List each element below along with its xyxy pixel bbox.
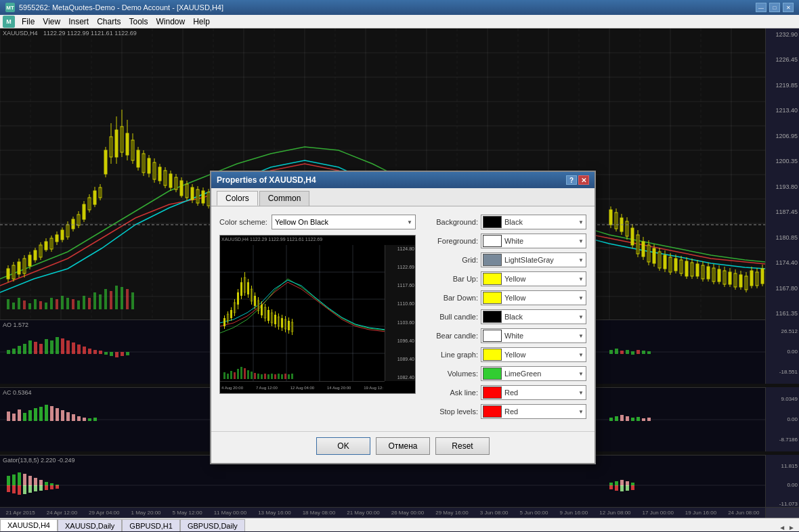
- bullcandle-swatch: [483, 311, 502, 323]
- app-logo: M: [3, 16, 15, 28]
- dialog-buttons: OK Отмена Reset: [211, 431, 595, 463]
- preview-date-4: 14 Aug 20:00: [327, 386, 351, 390]
- foreground-label: Foreground:: [424, 237, 478, 245]
- volumes-dropdown[interactable]: LimeGreen ▼: [481, 366, 586, 381]
- dialog-close-button[interactable]: ✕: [578, 175, 589, 185]
- stoplevels-label: Stop levels:: [424, 407, 478, 416]
- settings-row-grid: Grid: LightSlateGray ▼: [424, 252, 586, 267]
- bardown-swatch: [483, 292, 502, 304]
- svg-rect-352: [278, 374, 280, 379]
- svg-rect-342: [244, 368, 246, 379]
- grid-swatch: [483, 254, 502, 266]
- svg-rect-346: [257, 374, 259, 379]
- prev-price-7: 1089.40: [386, 357, 414, 361]
- background-dropdown[interactable]: Black ▼: [481, 215, 586, 229]
- svg-rect-353: [281, 374, 283, 379]
- foreground-color-name: White: [503, 237, 576, 245]
- volumes-swatch: [483, 368, 502, 380]
- dialog-content: Color scheme: Yellow On Black ▼ XAUUSD,H…: [211, 206, 595, 431]
- reset-button[interactable]: Reset: [435, 437, 490, 455]
- barup-dropdown[interactable]: Yellow ▼: [481, 271, 586, 286]
- color-scheme-select[interactable]: Yellow On Black ▼: [272, 215, 416, 229]
- chart-preview: XAUUSD,H4 1122.29 1122.99 1121.61 1122.6…: [219, 235, 416, 394]
- linegraph-dropdown-arrow: ▼: [576, 352, 586, 358]
- askline-dropdown-arrow: ▼: [576, 390, 586, 396]
- prev-price-8: 1082.40: [386, 375, 414, 380]
- preview-date-5: 19 Aug 12:: [364, 386, 383, 390]
- cancel-button[interactable]: Отмена: [376, 437, 430, 455]
- dialog-tab-strip: Colors Common: [211, 188, 595, 206]
- bardown-label: Bar Down:: [424, 294, 478, 302]
- grid-label: Grid:: [424, 256, 478, 264]
- bardown-dropdown[interactable]: Yellow ▼: [481, 290, 586, 305]
- bardown-color-name: Yellow: [503, 294, 576, 302]
- preview-date-3: 12 Aug 04:00: [290, 386, 314, 390]
- askline-dropdown[interactable]: Red ▼: [481, 385, 586, 400]
- prev-price-4: 1110.60: [386, 301, 414, 306]
- bearcandle-dropdown[interactable]: White ▼: [481, 328, 586, 343]
- stoplevels-dropdown[interactable]: Red ▼: [481, 404, 586, 419]
- bearcandle-dropdown-arrow: ▼: [576, 333, 586, 339]
- foreground-dropdown-arrow: ▼: [576, 238, 586, 244]
- preview-price-scale: 1124.80 1122.69 1117.60 1110.60 1103.60 …: [385, 245, 415, 381]
- menu-file[interactable]: File: [18, 16, 39, 27]
- maximize-button[interactable]: □: [769, 3, 780, 12]
- svg-rect-345: [254, 373, 256, 379]
- preview-date-1: 4 Aug 20:00: [221, 386, 243, 390]
- svg-rect-336: [223, 372, 225, 379]
- grid-dropdown[interactable]: LightSlateGray ▼: [481, 252, 586, 267]
- settings-row-volumes: Volumes: LimeGreen ▼: [424, 366, 586, 381]
- dialog-title: Properties of XAUUSD,H4: [217, 175, 566, 185]
- linegraph-color-name: Yellow: [503, 351, 576, 359]
- menu-charts[interactable]: Charts: [93, 16, 125, 27]
- menu-tools[interactable]: Tools: [125, 16, 152, 27]
- ok-button[interactable]: OK: [316, 437, 370, 455]
- svg-rect-351: [274, 374, 276, 379]
- linegraph-label: Line graph:: [424, 351, 478, 359]
- svg-rect-349: [267, 374, 269, 379]
- preview-date-2: 7 Aug 12:00: [256, 386, 278, 390]
- foreground-dropdown[interactable]: White ▼: [481, 234, 586, 248]
- color-scheme-label: Color scheme:: [219, 218, 267, 226]
- svg-rect-348: [264, 374, 266, 379]
- menu-help[interactable]: Help: [189, 16, 214, 27]
- linegraph-dropdown[interactable]: Yellow ▼: [481, 347, 586, 362]
- properties-dialog: Properties of XAUUSD,H4 ? ✕ Colors Commo…: [210, 171, 596, 464]
- menu-insert[interactable]: Insert: [64, 16, 93, 27]
- bullcandle-dropdown[interactable]: Black ▼: [481, 309, 586, 324]
- volumes-dropdown-arrow: ▼: [576, 371, 586, 377]
- askline-swatch: [483, 386, 502, 399]
- app-icon: MT: [5, 3, 15, 12]
- barup-dropdown-arrow: ▼: [576, 276, 586, 282]
- linegraph-swatch: [483, 349, 502, 361]
- settings-row-bearcandle: Bear candle: White ▼: [424, 328, 586, 343]
- color-scheme-value: Yellow On Black: [275, 218, 328, 226]
- menu-window[interactable]: Window: [152, 16, 190, 27]
- dialog-overlay: Properties of XAUUSD,H4 ? ✕ Colors Commo…: [0, 28, 799, 531]
- volumes-label: Volumes:: [424, 370, 478, 378]
- settings-row-barup: Bar Up: Yellow ▼: [424, 271, 586, 286]
- foreground-swatch: [483, 235, 502, 247]
- svg-rect-338: [230, 371, 232, 379]
- dialog-title-bar: Properties of XAUUSD,H4 ? ✕: [211, 172, 595, 188]
- chart-area: XAUUSD,H4 1122.29 1122.99 1121.61 1122.6…: [0, 28, 799, 531]
- dialog-tab-common[interactable]: Common: [259, 191, 310, 206]
- color-scheme-arrow: ▼: [407, 219, 412, 225]
- dialog-tab-colors[interactable]: Colors: [217, 191, 258, 206]
- svg-rect-355: [288, 374, 290, 379]
- dialog-help-button[interactable]: ?: [566, 175, 577, 185]
- svg-rect-343: [247, 370, 249, 379]
- close-button[interactable]: ✕: [783, 3, 794, 12]
- barup-swatch: [483, 273, 502, 285]
- askline-label: Ask line:: [424, 389, 478, 397]
- svg-rect-337: [227, 374, 229, 379]
- prev-price-3: 1117.60: [386, 283, 414, 288]
- barup-label: Bar Up:: [424, 275, 478, 283]
- bearcandle-swatch: [483, 330, 502, 342]
- menu-view[interactable]: View: [39, 16, 64, 27]
- grid-color-name: LightSlateGray: [503, 256, 576, 264]
- settings-row-background: Background: Black ▼: [424, 215, 586, 229]
- background-color-name: Black: [503, 218, 576, 226]
- color-scheme-row: Color scheme: Yellow On Black ▼: [219, 215, 416, 229]
- minimize-button[interactable]: —: [756, 3, 766, 12]
